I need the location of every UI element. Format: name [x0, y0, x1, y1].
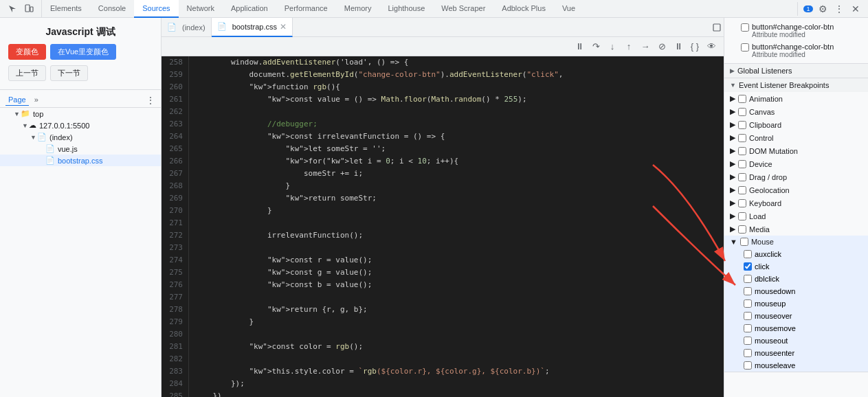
category-checkbox-8[interactable]: [738, 199, 746, 207]
listener-item-11-1[interactable]: click: [724, 260, 868, 273]
tab-memory[interactable]: Memory: [336, 0, 380, 18]
line-number: 261: [167, 93, 183, 106]
tree-item-top[interactable]: ▼ 📁 top: [0, 108, 161, 120]
listener-item-11-3[interactable]: mousedown: [724, 285, 868, 297]
category-header-8[interactable]: ▶Keyboard: [724, 196, 868, 209]
more-options-icon[interactable]: ⋮: [832, 2, 846, 16]
prev-section-button[interactable]: 上一节: [8, 65, 46, 81]
tab-application[interactable]: Application: [223, 0, 276, 18]
listener-checkbox-11-8[interactable]: [744, 349, 752, 357]
category-header-11[interactable]: ▼Mouse: [724, 236, 868, 248]
tree-item-vuejs[interactable]: 📄 vue.js: [0, 143, 161, 155]
listener-checkbox-11-0[interactable]: [744, 250, 752, 258]
category-arrow-4: ▶: [730, 146, 735, 155]
listener-item-11-5[interactable]: mouseover: [724, 310, 868, 322]
live-expressions-btn[interactable]: 👁: [704, 40, 718, 54]
listener-item-11-4[interactable]: mouseup: [724, 297, 868, 310]
attr-mod-checkbox-2[interactable]: [741, 43, 749, 52]
category-header-0[interactable]: ▶Animation: [724, 92, 868, 105]
pretty-print-btn[interactable]: { }: [688, 40, 702, 54]
category-checkbox-4[interactable]: [738, 147, 746, 155]
listener-checkbox-11-2[interactable]: [744, 275, 752, 283]
global-listeners-header[interactable]: ▶ Global Listeners: [724, 64, 868, 78]
pause-on-exceptions-btn[interactable]: ⏸: [671, 40, 685, 54]
listener-checkbox-11-9[interactable]: [744, 361, 752, 370]
change-color-button[interactable]: 变颜色: [8, 44, 46, 60]
vue-change-color-button[interactable]: 在Vue里变颜色: [50, 44, 116, 60]
listener-item-11-2[interactable]: dblclick: [724, 273, 868, 285]
tree-tab-more[interactable]: »: [32, 94, 41, 106]
tree-toolbar: Page » ⋮: [0, 93, 161, 108]
next-section-button[interactable]: 下一节: [50, 65, 88, 81]
tab-network[interactable]: Network: [179, 0, 223, 18]
listener-checkbox-11-7[interactable]: [744, 337, 752, 345]
editor-expand-icon[interactable]: [710, 21, 724, 34]
category-header-7[interactable]: ▶Geolocation: [724, 183, 868, 196]
pause-resume-btn[interactable]: ⏸: [572, 40, 586, 54]
tab-sources[interactable]: Sources: [134, 0, 178, 18]
step-out-btn[interactable]: ↑: [622, 40, 636, 54]
category-checkbox-6[interactable]: [738, 173, 746, 181]
category-header-9[interactable]: ▶Load: [724, 209, 868, 223]
listener-item-11-7[interactable]: mouseout: [724, 334, 868, 347]
code-line: "kw">const r = value();: [194, 254, 718, 266]
inspect-element-icon[interactable]: [5, 2, 19, 16]
listener-checkbox-11-5[interactable]: [744, 312, 752, 320]
attr-mod-checkbox-1[interactable]: [741, 23, 749, 32]
tree-item-bootstrap[interactable]: 📄 bootstrap.css: [0, 155, 161, 166]
category-arrow-6: ▶: [730, 172, 735, 181]
settings-icon[interactable]: ⚙: [816, 2, 830, 16]
tab-adblockplus[interactable]: Adblock Plus: [493, 0, 554, 18]
category-checkbox-7[interactable]: [738, 186, 746, 194]
listener-item-11-6[interactable]: mousemove: [724, 322, 868, 334]
tree-more-icon[interactable]: ⋮: [146, 95, 155, 106]
tree-item-server[interactable]: ▼ ☁ 127.0.0.1:5500: [0, 120, 161, 131]
tab-vue[interactable]: Vue: [554, 0, 583, 18]
deactivate-breakpoints-btn[interactable]: ⊘: [655, 40, 669, 54]
category-header-3[interactable]: ▶Control: [724, 131, 868, 144]
editor-tab-label-index: (index): [182, 23, 205, 32]
device-toolbar-icon[interactable]: [22, 2, 36, 16]
tab-elements[interactable]: Elements: [42, 0, 90, 18]
category-header-5[interactable]: ▶Device: [724, 157, 868, 170]
category-arrow-7: ▶: [730, 185, 735, 194]
editor-tab-close-icon[interactable]: ✕: [280, 22, 287, 32]
listener-checkbox-11-4[interactable]: [744, 299, 752, 308]
category-checkbox-5[interactable]: [738, 160, 746, 168]
listener-item-11-9[interactable]: mouseleave: [724, 359, 868, 372]
category-header-6[interactable]: ▶Drag / drop: [724, 170, 868, 183]
tab-webscraper[interactable]: Web Scraper: [433, 0, 493, 18]
category-checkbox-9[interactable]: [738, 212, 746, 220]
tab-lighthouse[interactable]: Lighthouse: [379, 0, 433, 18]
step-btn[interactable]: →: [638, 40, 652, 54]
listener-checkbox-11-3[interactable]: [744, 287, 752, 295]
category-header-1[interactable]: ▶Canvas: [724, 105, 868, 118]
editor-tab-index[interactable]: 📄 (index): [162, 18, 212, 37]
category-checkbox-0[interactable]: [738, 95, 746, 103]
listener-item-11-0[interactable]: auxclick: [724, 248, 868, 260]
tree-item-index[interactable]: ▼ 📄 (index): [0, 131, 161, 143]
category-header-2[interactable]: ▶Clipboard: [724, 118, 868, 131]
tree-tab-page[interactable]: Page: [5, 94, 29, 106]
listener-checkbox-11-6[interactable]: [744, 324, 752, 332]
tab-console[interactable]: Console: [90, 0, 134, 18]
category-checkbox-3[interactable]: [738, 134, 746, 142]
step-over-btn[interactable]: ↷: [589, 40, 603, 54]
code-editor[interactable]: 2582592602612622632642652662672682692702…: [162, 56, 724, 397]
category-header-4[interactable]: ▶DOM Mutation: [724, 144, 868, 157]
listener-item-11-8[interactable]: mouseenter: [724, 347, 868, 359]
category-checkbox-11[interactable]: [740, 238, 748, 246]
line-number: 273: [167, 242, 183, 254]
category-checkbox-2[interactable]: [738, 121, 746, 129]
close-devtools-icon[interactable]: ✕: [849, 2, 863, 16]
listener-checkbox-11-1[interactable]: [744, 262, 752, 271]
category-header-10[interactable]: ▶Media: [724, 223, 868, 236]
category-checkbox-10[interactable]: [738, 225, 746, 234]
tab-performance[interactable]: Performance: [276, 0, 336, 18]
category-checkbox-1[interactable]: [738, 108, 746, 116]
attr-mod-label-1: button#change-color-btn Attribute modifi…: [752, 23, 834, 38]
event-listener-header[interactable]: ▼ Event Listener Breakpoints: [724, 78, 868, 92]
category-label-0: Animation: [749, 95, 783, 103]
step-into-btn[interactable]: ↓: [605, 40, 619, 54]
editor-tab-bootstrap[interactable]: 📄 bootstrap.css ✕: [212, 18, 293, 37]
